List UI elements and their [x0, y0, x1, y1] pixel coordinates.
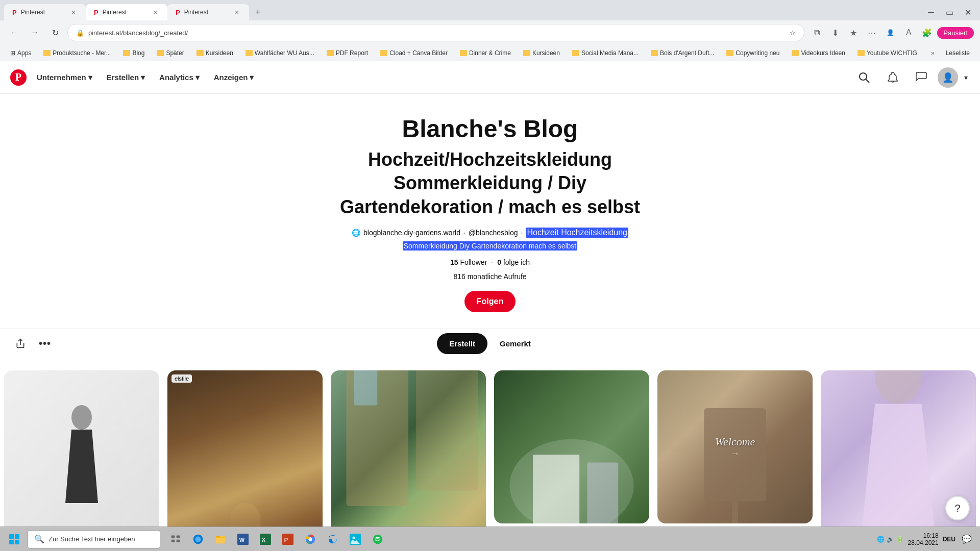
pin-item[interactable]: elstile	[167, 370, 323, 551]
search-button[interactable]	[852, 65, 876, 90]
bookmark-bois[interactable]: Bois d'Argent Duft...	[647, 48, 718, 58]
nav-anzeigen[interactable]: Anzeigen ▾	[208, 69, 260, 86]
follow-button[interactable]: Folgen	[464, 291, 516, 312]
svg-point-4	[71, 405, 92, 430]
more-options-button[interactable]: •••	[35, 333, 55, 354]
folder-icon	[792, 50, 799, 56]
bookmarks-more-button[interactable]: »	[928, 48, 938, 58]
folder-icon	[157, 50, 164, 56]
taskbar-app-explorer[interactable]	[210, 529, 231, 549]
tab-favicon-2: P	[94, 9, 99, 16]
bookmark-pdf[interactable]: PDF Report	[323, 48, 372, 58]
restore-button[interactable]: ▭	[941, 4, 958, 20]
lock-icon: 🔒	[76, 29, 84, 37]
minimize-button[interactable]: ─	[923, 4, 939, 20]
nav-unternehmen[interactable]: Unternehmen ▾	[31, 69, 99, 86]
svg-point-38	[353, 536, 356, 539]
svg-rect-27	[177, 539, 180, 542]
share-button[interactable]	[10, 333, 31, 354]
taskbar-app-spotify[interactable]	[368, 529, 388, 549]
bookmark-cload[interactable]: Cload + Canva Bilder	[376, 48, 452, 58]
tab-close-1[interactable]: ✕	[69, 9, 78, 16]
bookmark-leseliste[interactable]: Leseliste	[942, 48, 974, 58]
settings-button[interactable]: ⋯	[864, 24, 880, 41]
pin-item[interactable]	[331, 370, 486, 551]
bookmark-kursideen2[interactable]: Kursideen	[519, 48, 564, 58]
address-bar[interactable]: 🔒 pinterest.at/blancesblog/_created/ ☆	[67, 24, 804, 41]
bookmark-blog[interactable]: Blog	[119, 48, 149, 58]
notifications-button[interactable]	[880, 65, 905, 90]
account-chevron-button[interactable]: ▾	[962, 71, 970, 84]
bookmark-label: Leseliste	[946, 49, 970, 57]
browser-tab-1[interactable]: P Pinterest ✕	[4, 4, 86, 20]
user-avatar[interactable]: 👤	[938, 67, 958, 88]
pin-item[interactable]	[821, 370, 976, 551]
profile-icon[interactable]: 👤	[882, 24, 898, 41]
new-tab-button[interactable]: +	[251, 5, 265, 20]
nav-erstellen[interactable]: Erstellen ▾	[101, 69, 151, 86]
profile-tabs: ••• Erstellt Gemerkt	[0, 329, 980, 358]
taskbar-app-edge2[interactable]	[323, 529, 343, 549]
bookmark-dinner[interactable]: Dinner & Crime	[456, 48, 515, 58]
refresh-button[interactable]: ↻	[47, 24, 63, 41]
taskbar-app-chrome[interactable]	[300, 529, 321, 549]
svg-point-39	[373, 534, 382, 543]
bookmark-wahlfaecher[interactable]: Wahlfächer WU Aus...	[241, 48, 318, 58]
bookmark-spaeter[interactable]: Später	[153, 48, 188, 58]
taskbar-app-excel[interactable]: X	[255, 529, 276, 549]
extensions-button[interactable]: ⧉	[808, 24, 825, 41]
bookmark-label: PDF Report	[336, 49, 368, 57]
bookmark-copywriting[interactable]: Copywriting neu	[722, 48, 783, 58]
close-window-button[interactable]: ✕	[960, 4, 976, 20]
start-button[interactable]	[2, 529, 27, 549]
taskbar-app-edge[interactable]	[188, 529, 208, 549]
search-icon	[858, 71, 870, 84]
bookmark-social[interactable]: Social Media Mana...	[568, 48, 643, 58]
taskbar-app-word[interactable]: W	[233, 529, 253, 549]
bookmark-apps[interactable]: ⊞ Apps	[6, 48, 35, 58]
date-display: 28.04.2021	[908, 539, 939, 546]
bookmark-kursideen[interactable]: Kursideen	[192, 48, 237, 58]
tab-close-2[interactable]: ✕	[151, 9, 159, 16]
bookmark-produktsuche[interactable]: Produktsuche - Mer...	[39, 48, 115, 58]
pin-item[interactable]: Welcome →	[657, 370, 813, 523]
taskbar-app-powerpoint[interactable]: P	[278, 529, 298, 549]
tab-close-3[interactable]: ✕	[233, 9, 241, 16]
svg-rect-22	[9, 540, 14, 544]
bookmark-label: Social Media Mana...	[581, 49, 639, 57]
website-link[interactable]: blogblanche.diy-gardens.world	[363, 229, 460, 237]
forward-button[interactable]: →	[27, 24, 43, 41]
more-extensions-button[interactable]: 🧩	[919, 24, 935, 41]
bookmark-videokurs[interactable]: Videokurs Ideen	[788, 48, 849, 58]
browser-tab-3[interactable]: P Pinterest ✕	[167, 4, 249, 20]
messages-button[interactable]	[909, 65, 934, 90]
back-button[interactable]: ←	[6, 24, 22, 41]
help-button[interactable]: ?	[945, 496, 970, 520]
profile-name: Blanche's Blog	[10, 114, 970, 144]
taskbar-app-photos[interactable]	[345, 529, 365, 549]
bookmark-youtube[interactable]: Youtube WICHTIG	[853, 48, 921, 58]
bookmark-label: Kursideen	[206, 49, 233, 57]
tab-erstellt[interactable]: Erstellt	[437, 333, 487, 354]
profile-bio: 🌐 blogblanche.diy-gardens.world · @blanc…	[311, 228, 669, 250]
download-button[interactable]: ⬇	[827, 24, 843, 41]
notification-center-button[interactable]: 💬	[960, 532, 974, 546]
bio-tags-line2: Sommerkleidung Diy Gartendekoration mach…	[311, 242, 669, 250]
translate-button[interactable]: A	[900, 24, 917, 41]
svg-rect-9	[354, 370, 378, 405]
pinterest-logo[interactable]: P	[10, 69, 27, 86]
pin-item[interactable]	[494, 370, 649, 523]
share-icon	[15, 338, 26, 348]
tab-gemerkt[interactable]: Gemerkt	[487, 333, 543, 354]
bookmark-button[interactable]: ★	[845, 24, 862, 41]
browser-tab-2[interactable]: P Pinterest ✕	[86, 4, 167, 20]
taskbar-app-taskview[interactable]	[165, 529, 186, 549]
nav-label: Erstellen	[107, 73, 139, 82]
nav-analytics[interactable]: Analytics ▾	[153, 69, 206, 86]
header-navigation: Unternehmen ▾ Erstellen ▾ Analytics ▾ An…	[31, 69, 260, 86]
taskbar-search-icon: 🔍	[34, 534, 44, 544]
bookmark-label: Dinner & Crime	[469, 49, 511, 57]
taskbar-search[interactable]: 🔍 Zur Suche Text hier eingeben	[28, 530, 160, 548]
pin-item[interactable]	[4, 370, 159, 534]
browser-profile-button[interactable]: Pausiert	[937, 27, 974, 39]
